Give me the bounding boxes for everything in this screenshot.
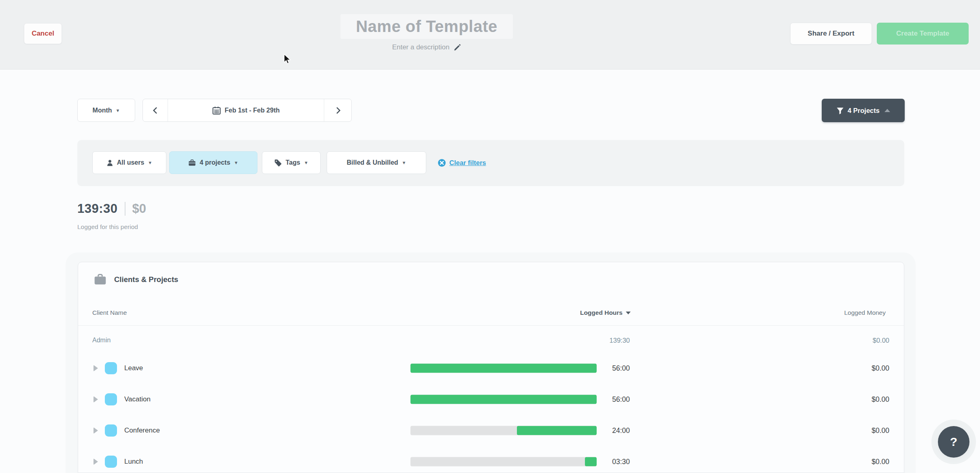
next-period-button[interactable]: [324, 99, 351, 121]
chevron-right-icon: [334, 107, 340, 114]
pencil-icon: [453, 44, 461, 51]
help-button[interactable]: ?: [938, 426, 969, 458]
column-header-hours-label: Logged Hours: [580, 309, 623, 316]
briefcase-icon: [94, 274, 106, 285]
period-dropdown-label: Month: [93, 107, 112, 114]
clear-filters-link[interactable]: Clear filters: [438, 151, 486, 174]
project-money: $0.00: [808, 457, 889, 466]
period-summary: 139:30 $0: [77, 202, 146, 216]
column-header-client: Client Name: [92, 307, 127, 318]
expand-arrow-icon[interactable]: [94, 458, 98, 465]
summary-divider: [125, 202, 125, 216]
project-name: Leave: [124, 364, 143, 372]
users-filter-label: All users: [117, 159, 145, 166]
template-description-input[interactable]: Enter a description: [340, 41, 513, 53]
project-money: $0.00: [808, 426, 889, 435]
summary-money: $0: [132, 202, 146, 216]
column-header-hours[interactable]: Logged Hours: [497, 307, 631, 318]
circle-x-icon: [438, 159, 446, 167]
project-hours: 03:30: [549, 457, 630, 466]
project-money: $0.00: [808, 395, 889, 403]
project-name: Vacation: [124, 395, 151, 403]
project-row[interactable]: Leave56:00$0.00: [0, 352, 980, 384]
billing-filter-label: Billed & Unbilled: [347, 159, 398, 166]
chevron-down-icon: ▼: [116, 108, 120, 113]
description-placeholder: Enter a description: [392, 43, 450, 51]
mouse-cursor: [283, 54, 293, 67]
date-range-button[interactable]: Feb 1st - Feb 29th: [168, 99, 324, 121]
project-name: Conference: [124, 426, 160, 435]
calendar-icon: [212, 106, 221, 115]
card-title: Clients & Projects: [114, 275, 178, 284]
template-report-page: Cancel Name of Template Enter a descript…: [0, 0, 980, 473]
client-money: $0.00: [756, 337, 889, 344]
project-hours: 24:00: [549, 426, 630, 435]
expand-arrow-icon[interactable]: [94, 365, 98, 371]
projects-filter-label: 4 Projects: [848, 107, 880, 115]
prev-period-button[interactable]: [143, 99, 168, 121]
client-group-row[interactable]: Admin 139:30 $0.00: [0, 329, 980, 352]
tag-icon: [274, 159, 282, 167]
summary-hours: 139:30: [77, 202, 118, 216]
summary-caption: Logged for this period: [77, 223, 138, 231]
cancel-button[interactable]: Cancel: [24, 23, 62, 44]
date-range-navigator: Feb 1st - Feb 29th: [142, 99, 352, 122]
period-dropdown[interactable]: Month ▼: [77, 99, 135, 122]
project-color-chip: [105, 424, 117, 437]
funnel-icon: [836, 107, 844, 115]
project-color-chip: [105, 456, 117, 468]
template-name-placeholder: Name of Template: [356, 17, 497, 36]
billing-filter-dropdown[interactable]: Billed & Unbilled ▼: [327, 151, 426, 174]
template-name-input[interactable]: Name of Template: [340, 14, 513, 39]
chevron-left-icon: [153, 107, 159, 114]
page-header: Cancel Name of Template Enter a descript…: [0, 0, 980, 70]
projects-filter-toggle[interactable]: 4 Projects: [822, 99, 905, 122]
expand-arrow-icon[interactable]: [94, 427, 98, 434]
project-color-chip: [105, 393, 117, 405]
project-money: $0.00: [808, 364, 889, 372]
chevron-down-icon: ▼: [304, 160, 308, 165]
project-row[interactable]: Lunch03:30$0.00: [0, 446, 980, 473]
chevron-up-icon: [884, 109, 890, 112]
project-row[interactable]: Conference24:00$0.00: [0, 415, 980, 446]
card-title-row: Clients & Projects: [94, 274, 178, 285]
chevron-down-icon: ▼: [234, 160, 238, 165]
project-row[interactable]: Vacation56:00$0.00: [0, 384, 980, 415]
column-header-money[interactable]: Logged Money: [752, 307, 886, 318]
tags-filter-dropdown[interactable]: Tags ▼: [262, 151, 321, 174]
chevron-down-icon: ▼: [402, 160, 406, 165]
expand-arrow-icon[interactable]: [94, 396, 98, 403]
user-icon: [106, 159, 113, 166]
project-hours: 56:00: [549, 364, 630, 372]
chevron-down-icon: ▼: [148, 160, 152, 165]
client-name: Admin: [92, 337, 111, 344]
table-header-divider: [78, 325, 904, 326]
briefcase-icon: [188, 159, 196, 167]
create-template-button[interactable]: Create Template: [877, 23, 969, 45]
users-filter-dropdown[interactable]: All users ▼: [92, 151, 166, 174]
projects-filter-dropdown[interactable]: 4 projects ▼: [169, 151, 257, 174]
project-color-chip: [105, 362, 117, 374]
project-name: Lunch: [124, 458, 143, 466]
sort-desc-icon: [626, 312, 631, 314]
tags-filter-label: Tags: [285, 159, 300, 166]
date-range-label: Feb 1st - Feb 29th: [225, 107, 280, 114]
client-hours: 139:30: [496, 337, 630, 344]
project-hours: 56:00: [549, 395, 630, 403]
share-export-button[interactable]: Share / Export: [790, 23, 872, 45]
clear-filters-label: Clear filters: [449, 159, 486, 167]
projects-filter-label: 4 projects: [200, 159, 230, 166]
